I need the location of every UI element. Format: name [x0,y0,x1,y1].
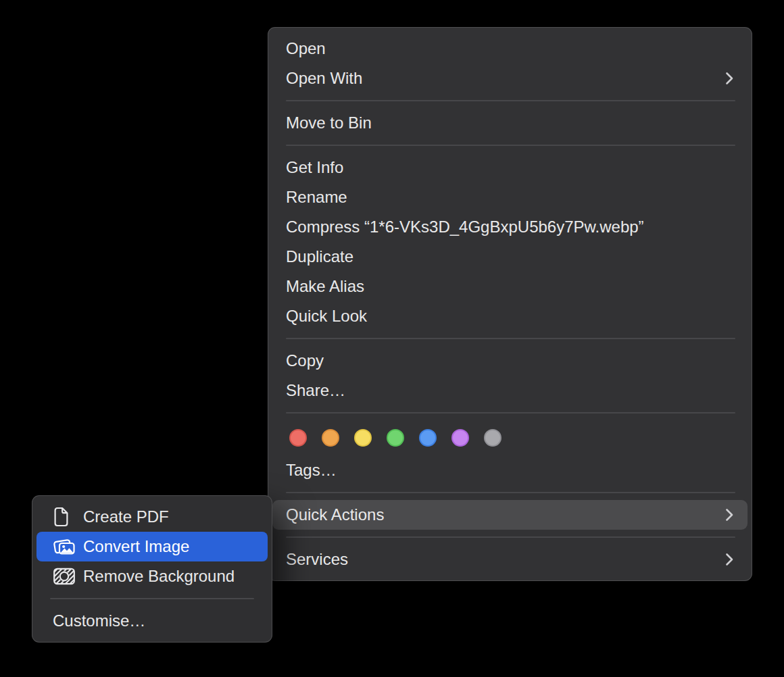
menu-separator [286,492,735,493]
tag-colors-row [268,420,752,455]
menu-separator [286,100,735,101]
menu-item-label: Services [286,550,717,569]
tag-yellow-button[interactable] [354,429,372,447]
quick-actions-submenu: Create PDF Convert Image Remove Backgrou… [32,495,272,643]
menu-item-label: Make Alias [286,277,735,296]
menu-separator [286,536,735,538]
menu-item-share[interactable]: Share… [268,376,752,405]
menu-separator [286,145,735,146]
menu-item-label: Get Info [286,158,735,177]
menu-item-quick-actions[interactable]: Quick Actions [272,500,748,530]
menu-item-copy[interactable]: Copy [268,346,752,376]
photos-icon [53,537,77,557]
menu-item-services[interactable]: Services [268,545,752,574]
tag-blue-button[interactable] [419,429,437,447]
chevron-right-icon [725,72,733,85]
menu-item-get-info[interactable]: Get Info [268,153,752,182]
menu-item-label: Rename [286,188,735,207]
remove-background-icon [53,567,77,586]
tag-orange-button[interactable] [322,429,339,447]
menu-item-remove-background[interactable]: Remove Background [32,561,272,591]
menu-item-tags[interactable]: Tags… [268,455,752,485]
menu-item-quick-look[interactable]: Quick Look [268,301,752,331]
chevron-right-icon [725,508,733,522]
menu-item-customise[interactable]: Customise… [32,606,272,636]
menu-item-label: Share… [286,381,735,400]
menu-item-label: Create PDF [83,507,258,526]
tag-grey-button[interactable] [484,429,501,447]
context-menu: OpenOpen With Move to BinGet InfoRenameC… [268,27,752,581]
menu-item-create-pdf[interactable]: Create PDF [32,502,272,532]
menu-item-make-alias[interactable]: Make Alias [268,272,752,301]
menu-item-label: Open [286,39,735,58]
menu-item-label: Customise… [53,611,258,630]
menu-item-label: Remove Background [83,567,258,586]
menu-item-rename[interactable]: Rename [268,182,752,212]
menu-item-duplicate[interactable]: Duplicate [268,242,752,272]
menu-item-label: Duplicate [286,247,735,266]
chevron-right-icon [725,553,733,566]
menu-item-label: Compress “1*6-VKs3D_4GgBxpU5b6y7Pw.webp” [286,218,735,236]
desktop-background: OpenOpen With Move to BinGet InfoRenameC… [0,0,784,677]
document-icon [53,507,77,527]
menu-item-label: Tags… [286,461,735,480]
menu-item-label: Move to Bin [286,114,735,132]
menu-item-label: Quick Actions [286,505,717,524]
menu-item-move-to-bin[interactable]: Move to Bin [268,108,752,138]
menu-item-convert-image[interactable]: Convert Image [36,532,268,561]
menu-item-label: Copy [286,351,735,370]
menu-item-compress[interactable]: Compress “1*6-VKs3D_4GgBxpU5b6y7Pw.webp” [268,212,752,242]
menu-separator [286,338,735,339]
tag-purple-button[interactable] [451,429,469,447]
menu-item-open[interactable]: Open [268,34,752,64]
menu-item-label: Convert Image [83,537,258,556]
menu-item-label: Quick Look [286,307,735,326]
menu-item-open-with[interactable]: Open With [268,64,752,93]
menu-item-label: Open With [286,69,717,88]
menu-separator [286,412,735,413]
menu-separator [50,598,254,599]
tag-red-button[interactable] [289,429,307,447]
tag-green-button[interactable] [387,429,404,447]
